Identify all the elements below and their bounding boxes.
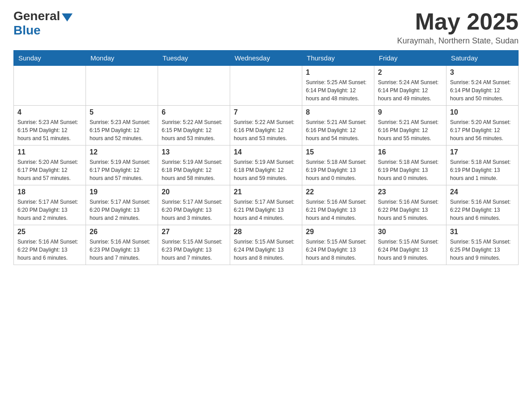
month-title: May 2025 <box>397 9 519 34</box>
calendar-cell: 6Sunrise: 5:22 AM Sunset: 6:15 PM Daylig… <box>158 106 230 146</box>
day-number: 7 <box>234 108 298 116</box>
day-number: 13 <box>162 148 226 156</box>
day-number: 16 <box>378 148 442 156</box>
day-info: Sunrise: 5:17 AM Sunset: 6:20 PM Dayligh… <box>17 198 82 222</box>
calendar-cell <box>86 66 158 106</box>
day-info: Sunrise: 5:15 AM Sunset: 6:24 PM Dayligh… <box>378 238 442 262</box>
week-row-3: 11Sunrise: 5:20 AM Sunset: 6:17 PM Dayli… <box>14 146 519 185</box>
calendar-cell: 30Sunrise: 5:15 AM Sunset: 6:24 PM Dayli… <box>374 225 446 265</box>
day-number: 15 <box>306 148 370 156</box>
day-of-week-saturday: Saturday <box>446 51 519 66</box>
calendar-cell: 1Sunrise: 5:25 AM Sunset: 6:14 PM Daylig… <box>302 66 374 106</box>
day-info: Sunrise: 5:15 AM Sunset: 6:24 PM Dayligh… <box>234 238 298 262</box>
day-number: 27 <box>162 228 226 236</box>
calendar-cell: 25Sunrise: 5:16 AM Sunset: 6:22 PM Dayli… <box>14 225 86 265</box>
day-info: Sunrise: 5:21 AM Sunset: 6:16 PM Dayligh… <box>306 118 370 142</box>
calendar-cell: 23Sunrise: 5:16 AM Sunset: 6:22 PM Dayli… <box>374 185 446 225</box>
day-info: Sunrise: 5:18 AM Sunset: 6:19 PM Dayligh… <box>450 158 515 182</box>
calendar-cell: 2Sunrise: 5:24 AM Sunset: 6:14 PM Daylig… <box>374 66 446 106</box>
day-info: Sunrise: 5:16 AM Sunset: 6:22 PM Dayligh… <box>17 238 82 262</box>
day-info: Sunrise: 5:22 AM Sunset: 6:16 PM Dayligh… <box>234 118 298 142</box>
calendar-cell: 15Sunrise: 5:18 AM Sunset: 6:19 PM Dayli… <box>302 146 374 185</box>
day-info: Sunrise: 5:20 AM Sunset: 6:17 PM Dayligh… <box>450 118 515 142</box>
day-info: Sunrise: 5:16 AM Sunset: 6:21 PM Dayligh… <box>306 198 370 222</box>
calendar-cell <box>158 66 230 106</box>
calendar-cell: 16Sunrise: 5:18 AM Sunset: 6:19 PM Dayli… <box>374 146 446 185</box>
day-number: 29 <box>306 228 370 236</box>
day-info: Sunrise: 5:18 AM Sunset: 6:19 PM Dayligh… <box>378 158 442 182</box>
day-number: 17 <box>450 148 515 156</box>
day-number: 22 <box>306 188 370 196</box>
calendar-cell: 12Sunrise: 5:19 AM Sunset: 6:17 PM Dayli… <box>86 146 158 185</box>
week-row-4: 18Sunrise: 5:17 AM Sunset: 6:20 PM Dayli… <box>14 185 519 225</box>
logo: General Blue <box>13 9 73 38</box>
calendar-cell: 21Sunrise: 5:17 AM Sunset: 6:21 PM Dayli… <box>230 185 302 225</box>
logo-blue: Blue <box>13 23 41 38</box>
calendar-cell: 27Sunrise: 5:15 AM Sunset: 6:23 PM Dayli… <box>158 225 230 265</box>
title-section: May 2025 Kuraymah, Northern State, Sudan <box>397 9 519 46</box>
page-header: General Blue May 2025 Kuraymah, Northern… <box>13 9 519 46</box>
calendar-cell <box>230 66 302 106</box>
day-number: 3 <box>450 68 515 77</box>
calendar-cell: 19Sunrise: 5:17 AM Sunset: 6:20 PM Dayli… <box>86 185 158 225</box>
calendar-header: SundayMondayTuesdayWednesdayThursdayFrid… <box>14 51 519 66</box>
day-info: Sunrise: 5:16 AM Sunset: 6:22 PM Dayligh… <box>378 198 442 222</box>
calendar-cell: 9Sunrise: 5:21 AM Sunset: 6:16 PM Daylig… <box>374 106 446 146</box>
calendar-cell: 8Sunrise: 5:21 AM Sunset: 6:16 PM Daylig… <box>302 106 374 146</box>
calendar-cell: 28Sunrise: 5:15 AM Sunset: 6:24 PM Dayli… <box>230 225 302 265</box>
day-number: 1 <box>306 68 370 77</box>
day-info: Sunrise: 5:16 AM Sunset: 6:22 PM Dayligh… <box>450 198 515 222</box>
day-info: Sunrise: 5:17 AM Sunset: 6:20 PM Dayligh… <box>90 198 154 222</box>
calendar-cell: 10Sunrise: 5:20 AM Sunset: 6:17 PM Dayli… <box>446 106 519 146</box>
calendar-cell: 24Sunrise: 5:16 AM Sunset: 6:22 PM Dayli… <box>446 185 519 225</box>
day-number: 30 <box>378 228 442 236</box>
day-info: Sunrise: 5:24 AM Sunset: 6:14 PM Dayligh… <box>378 78 442 103</box>
calendar-body: 1Sunrise: 5:25 AM Sunset: 6:14 PM Daylig… <box>14 66 519 265</box>
day-info: Sunrise: 5:16 AM Sunset: 6:23 PM Dayligh… <box>90 238 154 262</box>
day-info: Sunrise: 5:21 AM Sunset: 6:16 PM Dayligh… <box>378 118 442 142</box>
calendar-cell: 13Sunrise: 5:19 AM Sunset: 6:18 PM Dayli… <box>158 146 230 185</box>
day-number: 9 <box>378 108 442 116</box>
day-info: Sunrise: 5:15 AM Sunset: 6:25 PM Dayligh… <box>450 238 515 262</box>
calendar-cell: 29Sunrise: 5:15 AM Sunset: 6:24 PM Dayli… <box>302 225 374 265</box>
logo-general: General <box>13 9 60 23</box>
day-info: Sunrise: 5:19 AM Sunset: 6:18 PM Dayligh… <box>162 158 226 182</box>
day-number: 8 <box>306 108 370 116</box>
day-number: 14 <box>234 148 298 156</box>
calendar-cell: 11Sunrise: 5:20 AM Sunset: 6:17 PM Dayli… <box>14 146 86 185</box>
day-number: 23 <box>378 188 442 196</box>
day-info: Sunrise: 5:24 AM Sunset: 6:14 PM Dayligh… <box>450 78 515 103</box>
calendar-cell: 18Sunrise: 5:17 AM Sunset: 6:20 PM Dayli… <box>14 185 86 225</box>
day-number: 5 <box>90 108 154 116</box>
day-number: 2 <box>378 68 442 77</box>
day-of-week-tuesday: Tuesday <box>158 51 230 66</box>
day-number: 19 <box>90 188 154 196</box>
calendar-cell: 31Sunrise: 5:15 AM Sunset: 6:25 PM Dayli… <box>446 225 519 265</box>
day-number: 6 <box>162 108 226 116</box>
calendar-cell: 3Sunrise: 5:24 AM Sunset: 6:14 PM Daylig… <box>446 66 519 106</box>
day-of-week-sunday: Sunday <box>14 51 86 66</box>
day-info: Sunrise: 5:19 AM Sunset: 6:18 PM Dayligh… <box>234 158 298 182</box>
day-info: Sunrise: 5:25 AM Sunset: 6:14 PM Dayligh… <box>306 78 370 103</box>
day-of-week-wednesday: Wednesday <box>230 51 302 66</box>
day-info: Sunrise: 5:22 AM Sunset: 6:15 PM Dayligh… <box>162 118 226 142</box>
day-number: 24 <box>450 188 515 196</box>
day-of-week-monday: Monday <box>86 51 158 66</box>
calendar-cell <box>14 66 86 106</box>
location-subtitle: Kuraymah, Northern State, Sudan <box>397 36 519 46</box>
day-of-week-thursday: Thursday <box>302 51 374 66</box>
week-row-5: 25Sunrise: 5:16 AM Sunset: 6:22 PM Dayli… <box>14 225 519 265</box>
calendar-cell: 7Sunrise: 5:22 AM Sunset: 6:16 PM Daylig… <box>230 106 302 146</box>
day-info: Sunrise: 5:15 AM Sunset: 6:24 PM Dayligh… <box>306 238 370 262</box>
day-number: 25 <box>17 228 82 236</box>
day-number: 31 <box>450 228 515 236</box>
day-info: Sunrise: 5:17 AM Sunset: 6:21 PM Dayligh… <box>234 198 298 222</box>
calendar-cell: 4Sunrise: 5:23 AM Sunset: 6:15 PM Daylig… <box>14 106 86 146</box>
day-number: 26 <box>90 228 154 236</box>
day-info: Sunrise: 5:20 AM Sunset: 6:17 PM Dayligh… <box>17 158 82 182</box>
logo-triangle-icon <box>62 13 73 21</box>
day-number: 11 <box>17 148 82 156</box>
day-number: 21 <box>234 188 298 196</box>
day-info: Sunrise: 5:15 AM Sunset: 6:23 PM Dayligh… <box>162 238 226 262</box>
day-number: 12 <box>90 148 154 156</box>
